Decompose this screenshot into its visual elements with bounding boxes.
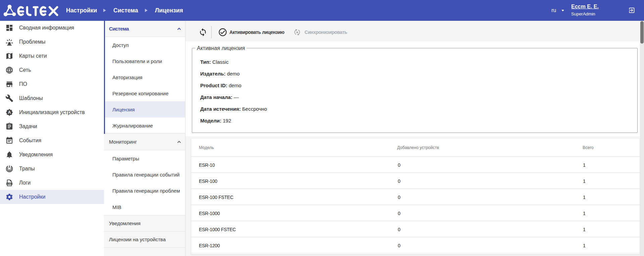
svg-text:LOG: LOG bbox=[7, 183, 11, 185]
svg-text:A: A bbox=[8, 110, 11, 115]
